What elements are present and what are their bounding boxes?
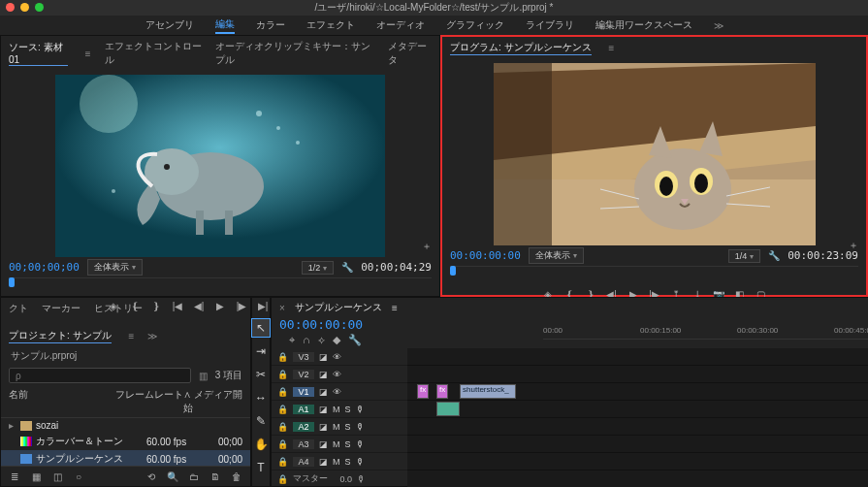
mute-icon[interactable]: M <box>333 439 340 449</box>
lock-icon[interactable]: 🔒 <box>277 474 288 484</box>
source-zoom-dropdown[interactable]: 1/2▾ <box>302 261 335 275</box>
lock-icon[interactable]: 🔒 <box>277 439 288 449</box>
workspace-library[interactable]: ライブラリ <box>526 18 574 32</box>
clip-fx-1[interactable]: fx <box>417 384 429 399</box>
target-icon[interactable]: ◪ <box>319 352 328 362</box>
add-marker-icon[interactable]: ◈ <box>106 299 121 312</box>
eye-icon[interactable]: 👁 <box>333 370 341 379</box>
slip-tool-icon[interactable]: ↔ <box>252 389 270 406</box>
tab-program[interactable]: プログラム: サンプルシーケンス <box>450 41 592 55</box>
project-row-colorbars[interactable]: カラーバー＆トーン 60.00 fps 00;00 <box>1 433 250 450</box>
timeline-ruler[interactable]: 00:0000:00:15:0000:00:30:0000:00:45:0000… <box>543 326 868 340</box>
icon-view-icon[interactable]: ▦ <box>28 470 44 483</box>
type-tool-icon[interactable]: T <box>252 459 270 476</box>
voice-icon[interactable]: 🎙 <box>356 422 365 432</box>
mute-icon[interactable]: M <box>333 405 340 414</box>
workspace-overflow-icon[interactable]: ≫ <box>714 20 723 31</box>
workspace-graphics[interactable]: グラフィック <box>446 18 504 32</box>
tab-source[interactable]: ソース: 素材01 <box>9 41 68 66</box>
timeline-sequence-tab[interactable]: サンプルシーケンス <box>295 301 382 314</box>
tab-metadata[interactable]: メタデータ <box>388 40 433 67</box>
ripple-tool-icon[interactable]: ✂ <box>252 366 270 383</box>
panel-menu-icon[interactable]: ≡ <box>129 331 135 341</box>
project-columns-header[interactable]: 名前 フレームレート ∧ メディア開始 <box>1 386 250 418</box>
tab-audio-clip-mixer[interactable]: オーディオクリップミキサー：サンプル <box>215 40 374 67</box>
workspace-audio[interactable]: オーディオ <box>376 18 425 32</box>
tab-effect-controls[interactable]: エフェクトコントロール <box>105 40 202 67</box>
track-v3[interactable]: V3 <box>293 352 314 362</box>
eye-icon[interactable]: 👁 <box>333 352 341 362</box>
voice-icon[interactable]: 🎙 <box>357 474 366 484</box>
source-tc-in[interactable]: 00;00;00;00 <box>9 261 80 274</box>
solo-icon[interactable]: S <box>345 439 351 449</box>
program-playhead[interactable] <box>450 266 456 276</box>
solo-icon[interactable]: S <box>345 457 351 467</box>
mute-icon[interactable]: M <box>333 422 340 432</box>
new-bin-icon[interactable]: 🗀 <box>186 470 202 483</box>
lock-icon[interactable]: 🔒 <box>277 387 288 397</box>
go-out-icon[interactable]: ▶| <box>255 299 271 312</box>
target-icon[interactable]: ◪ <box>319 387 328 397</box>
program-zoom-dropdown[interactable]: 1/4▾ <box>728 249 761 263</box>
voice-icon[interactable]: 🎙 <box>356 405 365 414</box>
button-editor-icon[interactable]: ＋ <box>849 239 858 252</box>
track-a2[interactable]: A2 <box>293 422 314 432</box>
panel-menu-icon[interactable]: ≡ <box>609 43 615 53</box>
lock-icon[interactable]: 🔒 <box>277 405 288 414</box>
link-icon[interactable]: ⟡ <box>318 334 325 346</box>
hand-tool-icon[interactable]: ✋ <box>252 436 270 453</box>
solo-icon[interactable]: S <box>345 405 351 414</box>
timeline-content[interactable]: fx fx shutterstock_ <box>407 348 868 487</box>
source-playhead[interactable] <box>9 277 15 287</box>
new-item-icon[interactable]: 🗎 <box>208 470 223 483</box>
clip-video-shutterstock[interactable]: shutterstock_ <box>460 384 516 399</box>
magnet-icon[interactable]: ∩ <box>303 334 310 346</box>
master-value[interactable]: 0.0 <box>340 474 353 484</box>
solo-icon[interactable]: S <box>345 422 351 432</box>
mark-in-icon[interactable]: ❴ <box>127 299 143 312</box>
workspace-effects[interactable]: エフェクト <box>306 18 355 32</box>
target-icon[interactable]: ◪ <box>319 457 328 467</box>
step-fwd-icon[interactable]: |▶ <box>234 299 249 312</box>
play-icon[interactable]: ▶ <box>212 299 228 312</box>
markers-icon[interactable]: ◆ <box>333 334 340 346</box>
track-a4[interactable]: A4 <box>293 457 314 467</box>
project-search-input[interactable] <box>9 368 191 383</box>
lock-icon[interactable]: 🔒 <box>277 422 288 432</box>
auto-match-icon[interactable]: ⟲ <box>144 470 159 483</box>
selection-tool-icon[interactable]: ↖ <box>252 319 270 337</box>
pen-tool-icon[interactable]: ✎ <box>252 412 270 430</box>
program-time-ruler[interactable] <box>450 266 858 283</box>
workspace-assembly[interactable]: アセンブリ <box>145 18 194 32</box>
delete-icon[interactable]: 🗑 <box>229 470 244 483</box>
track-a3[interactable]: A3 <box>293 439 314 449</box>
voice-icon[interactable]: 🎙 <box>356 457 365 467</box>
clip-audio-1[interactable] <box>436 402 460 416</box>
window-controls[interactable] <box>6 3 44 12</box>
lock-icon[interactable]: 🔒 <box>277 457 288 467</box>
button-editor-icon[interactable]: ＋ <box>422 240 432 253</box>
filter-bin-icon[interactable]: ▥ <box>199 371 208 381</box>
track-v2[interactable]: V2 <box>293 370 314 379</box>
step-back-icon[interactable]: ◀| <box>191 299 207 312</box>
list-view-icon[interactable]: ≣ <box>7 470 22 483</box>
project-row-sequence[interactable]: サンプルシーケンス 60.00 fps 00;00 <box>1 450 250 466</box>
track-v1[interactable]: V1 <box>293 387 314 397</box>
overflow-icon[interactable]: ≫ <box>147 331 157 341</box>
find-icon[interactable]: 🔍 <box>165 470 180 483</box>
settings-icon[interactable]: 🔧 <box>348 334 362 346</box>
zoom-icon[interactable] <box>35 3 44 12</box>
voice-icon[interactable]: 🎙 <box>356 439 365 449</box>
project-list[interactable]: ▸ sozai カラーバー＆トーン 60.00 fps 00;00 サンプルシー… <box>1 418 250 466</box>
freeform-view-icon[interactable]: ◫ <box>49 470 65 483</box>
mark-out-icon[interactable]: ❵ <box>148 299 164 312</box>
minimize-icon[interactable] <box>20 3 29 12</box>
wrench-icon[interactable]: 🔧 <box>768 250 780 261</box>
target-icon[interactable]: ◪ <box>319 439 328 449</box>
clip-fx-2[interactable]: fx <box>436 384 448 399</box>
slider-icon[interactable]: ○ <box>71 470 86 483</box>
panel-menu-icon[interactable]: ≡ <box>392 303 398 313</box>
program-tc-in[interactable]: 00:00:00:00 <box>450 249 521 262</box>
source-time-ruler[interactable] <box>9 277 432 295</box>
workspace-color[interactable]: カラー <box>256 18 285 32</box>
